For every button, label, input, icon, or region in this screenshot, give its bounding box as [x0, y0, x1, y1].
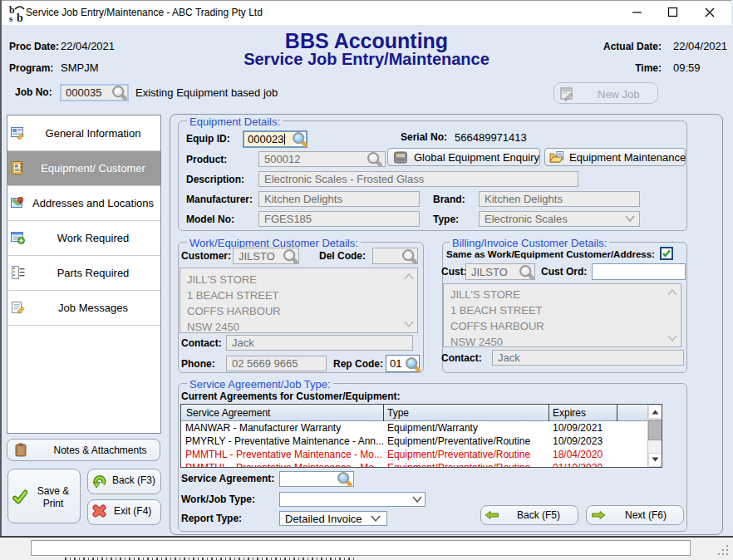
svg-text:b: b	[17, 12, 23, 24]
svg-text:s: s	[9, 13, 13, 23]
